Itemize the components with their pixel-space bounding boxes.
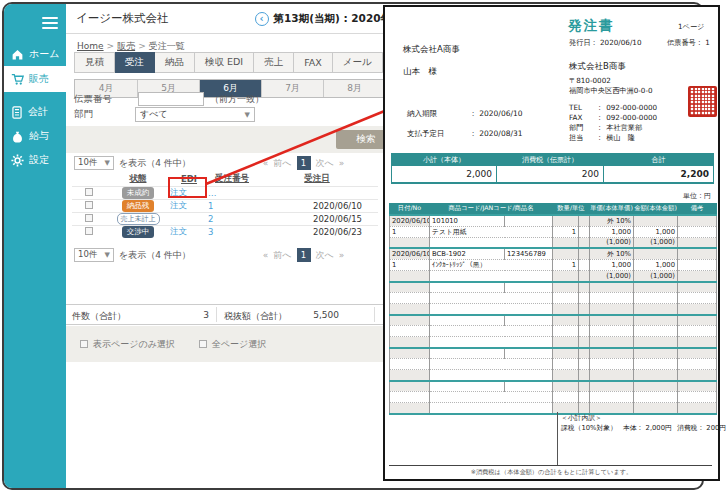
item-name: ｲﾝｸｶｰﾄﾘｯｼﾞ（黒） [430, 260, 553, 271]
month-july[interactable]: 7月 [261, 80, 323, 97]
company-seal-stamp [688, 86, 717, 117]
item-no: 1 [390, 260, 430, 271]
pager-first[interactable]: « [263, 158, 269, 168]
issuer-zip: 〒810-0002 [569, 76, 611, 86]
item-unit-price: 1,000 [590, 226, 634, 237]
line-item-row: 1 ｲﾝｸｶｰﾄﾘｯｼﾞ（黒） 1 1,000 1,000 [390, 260, 717, 271]
empty-row [390, 315, 717, 326]
chevron-down-icon: ▼ [105, 159, 110, 167]
row-checkbox[interactable] [85, 227, 93, 235]
empty-row [390, 348, 717, 359]
sidebar-item-settings[interactable]: 設定 [4, 148, 66, 172]
tab-order[interactable]: 受注 [115, 52, 155, 73]
col-edi[interactable]: EDI [170, 172, 208, 186]
col-amount: 金額(本体金額) [634, 204, 678, 215]
item-qty: 1 [553, 226, 579, 237]
row-checkbox[interactable] [85, 214, 93, 222]
pager-prev[interactable]: 前へ [273, 157, 291, 170]
order-no-link[interactable]: 1 [208, 201, 213, 211]
chevron-left-circle-icon[interactable]: ‹ [255, 12, 269, 26]
display-count-text: を表示（4 件中） [119, 157, 191, 170]
breadcrumb-sales-link[interactable]: 販売 [117, 41, 135, 51]
row-checkbox[interactable] [85, 201, 93, 209]
breakdown-base: 本体： 2,000円 [623, 423, 672, 433]
subtotal-header: 小計（本体） [392, 154, 497, 166]
order-date [256, 186, 378, 199]
row-checkbox[interactable] [85, 188, 93, 196]
hamburger-menu-button[interactable] [4, 10, 66, 42]
sidebar: ホーム 販売 会計 給与 [4, 4, 66, 488]
department-value: 本社営業部 [606, 123, 642, 133]
order-no-link[interactable]: 3 [208, 227, 213, 237]
breakdown-divider-line [557, 412, 558, 465]
empty-row [390, 337, 717, 348]
edi-order-link[interactable]: 注文 [170, 200, 187, 210]
page-size-select[interactable]: 10件 ▼ [74, 156, 114, 170]
sidebar-item-label: 設定 [29, 153, 49, 167]
sidebar-item-accounting[interactable]: 会計 [4, 100, 66, 124]
footer-note: ※消費税は（本体金額）の合計をもとに計算しています。 [385, 468, 718, 477]
breadcrumb-home-link[interactable]: Home [77, 41, 104, 51]
breakdown-title: ＜小計内訳＞ [561, 413, 602, 423]
item-amount: 1,000 [634, 226, 678, 237]
payment-date-label: 支払予定日 [407, 129, 467, 139]
department-select[interactable]: すべて ▼ [135, 107, 255, 122]
pager-page-1[interactable]: 1 [297, 248, 311, 262]
issue-date-value: 2020/06/10 [600, 38, 641, 47]
col-status[interactable]: 状態 [106, 172, 170, 186]
edi-order-link[interactable]: 注文 [170, 226, 187, 236]
issuer-staff: 担当 ： 横山 隆 [569, 133, 635, 143]
sidebar-item-label: 販売 [29, 72, 49, 86]
empty-row [390, 370, 717, 381]
colon: ： [596, 123, 603, 133]
colon: ： [596, 133, 603, 143]
tab-fax[interactable]: FAX [294, 52, 333, 73]
order-no-link[interactable]: … [208, 188, 217, 198]
issuer-fax: FAX ： 092-000-0000 [569, 113, 657, 123]
count-label: 件数（合計） [72, 310, 126, 323]
tab-inspection-edi[interactable]: 検収 EDI [195, 52, 254, 73]
status-badge: 交渉中 [122, 226, 155, 238]
prefix-match-note: （前方一致） [210, 93, 264, 106]
sidebar-item-label: 会計 [28, 105, 48, 119]
edi-order-link[interactable]: 注文 [170, 187, 187, 197]
issuer-tel: TEL ： 092-000-0000 [569, 103, 657, 113]
breadcrumb-separator: > [107, 41, 115, 51]
month-august[interactable]: 8月 [323, 80, 385, 97]
tab-estimate[interactable]: 見積 [74, 52, 115, 73]
tab-delivery[interactable]: 納品 [155, 52, 195, 73]
sidebar-item-home[interactable]: ホーム [4, 42, 66, 66]
col-order-date[interactable]: 受注日 [256, 172, 378, 186]
col-order-no[interactable]: 受注番号 [208, 172, 256, 186]
select-all-pages-option[interactable]: 全ページ選択 [199, 338, 266, 351]
tab-mail[interactable]: メール [333, 52, 383, 73]
select-page-only-option[interactable]: 表示ページのみ選択 [80, 338, 175, 351]
payment-date-value: ： 2020/08/31 [469, 129, 522, 138]
cart-icon [11, 73, 24, 86]
item-qty: 1 [553, 260, 579, 271]
sidebar-item-sales[interactable]: 販売 [4, 66, 66, 92]
tab-sales[interactable]: 売上 [254, 52, 294, 73]
pager-last[interactable]: » [339, 158, 345, 168]
slip-number-input[interactable] [138, 92, 204, 106]
staff-value: 横山 隆 [606, 133, 635, 143]
pager-prev[interactable]: 前へ [273, 249, 291, 262]
order-no-link[interactable]: 2 [208, 214, 213, 224]
item-amount-paren: (1,000) [634, 271, 678, 282]
pager-page-1[interactable]: 1 [297, 156, 311, 170]
pager-next[interactable]: 次へ [316, 157, 334, 170]
order-date: 2020/06/23 [256, 225, 378, 238]
pager-first[interactable]: « [263, 250, 269, 260]
pager-next[interactable]: 次へ [316, 249, 334, 262]
sidebar-item-payroll[interactable]: 給与 [4, 124, 66, 148]
sidebar-item-label: ホーム [29, 47, 59, 61]
department-value: すべて [140, 108, 168, 121]
pager-last[interactable]: » [339, 250, 345, 260]
table-row: 未成約 注文 … [72, 186, 378, 199]
empty-row [390, 403, 717, 414]
issue-date-label: 発行日： [569, 38, 600, 47]
select-all-pages-checkbox[interactable] [199, 340, 207, 348]
page-size-select[interactable]: 10件 ▼ [74, 248, 114, 262]
issuer-address: 福岡市中央区西中洲0-0-0 [569, 86, 653, 96]
select-page-only-checkbox[interactable] [80, 340, 88, 348]
